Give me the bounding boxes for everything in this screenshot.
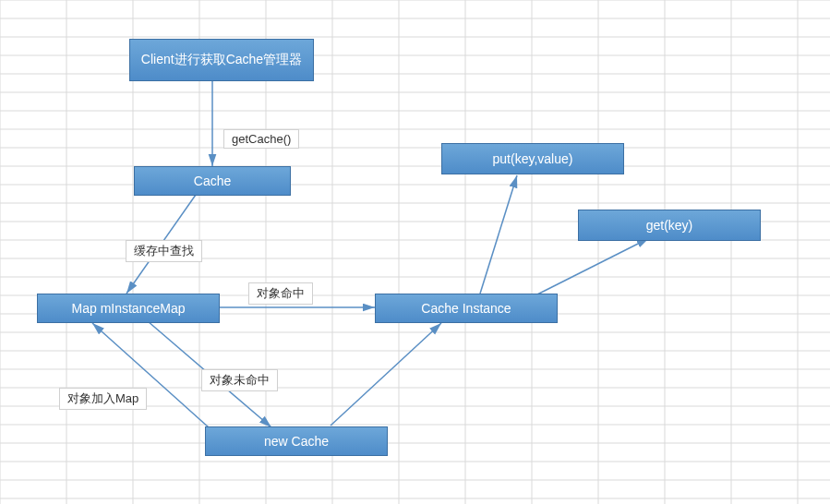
svg-line-47 — [480, 175, 517, 294]
node-new-cache: new Cache — [205, 426, 388, 456]
edge-label-object-hit: 对象命中 — [248, 282, 313, 305]
node-put: put(key,value) — [441, 143, 624, 174]
edge-label-find-in-cache: 缓存中查找 — [126, 240, 202, 262]
node-map: Map mInstanceMap — [37, 294, 220, 323]
svg-line-45 — [92, 323, 218, 436]
node-get: get(key) — [578, 210, 761, 241]
svg-line-48 — [528, 238, 649, 299]
edge-label-add-to-map: 对象加入Map — [59, 388, 147, 410]
edge-label-object-miss: 对象未命中 — [201, 369, 278, 391]
node-cache: Cache — [134, 166, 291, 196]
edge-label-getcache: getCache() — [223, 129, 299, 149]
node-cache-instance: Cache Instance — [375, 294, 558, 323]
diagram-arrows — [0, 0, 830, 504]
svg-line-46 — [331, 323, 441, 426]
node-client: Client进行获取Cache管理器 — [129, 39, 314, 81]
